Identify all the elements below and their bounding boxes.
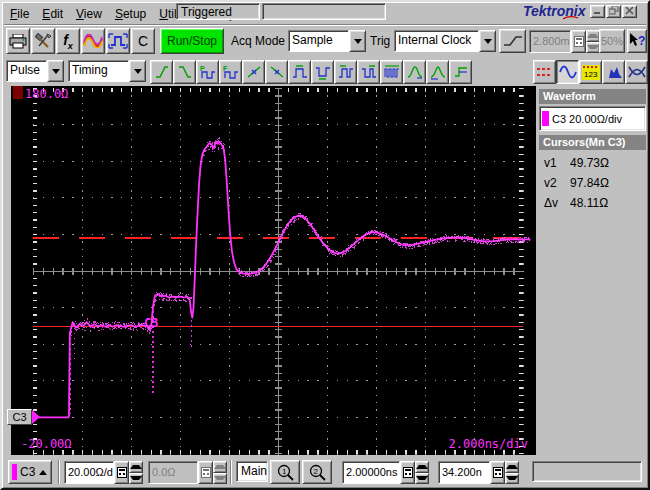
waveform-view-button[interactable] xyxy=(556,60,579,84)
run-stop-button[interactable]: Run/Stop xyxy=(160,28,224,54)
status-aux-box xyxy=(262,3,386,20)
keypad-icon xyxy=(403,467,413,478)
horizontal-position-keypad-button[interactable] xyxy=(490,461,505,484)
timebase-view-field[interactable]: Main xyxy=(236,461,268,482)
meas-neg-cross-button[interactable] xyxy=(265,60,288,84)
side-panel: Waveform C3 20.00Ω/div Cursors(Mn C3) v1… xyxy=(538,86,647,456)
horizontal-position-field[interactable]: 34.200n xyxy=(438,461,490,484)
meas-fall-button[interactable] xyxy=(173,60,196,84)
meas-neg-duty-button[interactable] xyxy=(357,60,380,84)
waveform-database-button[interactable] xyxy=(81,28,105,54)
meas-rise-button[interactable] xyxy=(150,60,173,84)
meas-period-icon: P xyxy=(200,64,216,80)
channel-marker-label: C3 xyxy=(7,409,32,425)
magnify-view1-button[interactable]: 1 xyxy=(270,460,300,484)
signal-type-dropdown-button[interactable] xyxy=(47,60,64,82)
print-button[interactable] xyxy=(6,28,30,54)
menu-view[interactable]: View xyxy=(70,5,109,23)
vertical-bottom-label: -20.00Ω xyxy=(21,437,72,451)
meas-period-button[interactable]: P xyxy=(196,60,219,84)
clear-data-button[interactable]: C xyxy=(131,28,155,54)
menu-edit[interactable]: Edit xyxy=(36,5,70,23)
meas-pulse-button[interactable] xyxy=(426,60,449,84)
bottom-control-bar: C3 20.00Ω/di 0.0Ω xyxy=(4,457,646,488)
spin-up-button xyxy=(213,461,227,473)
cursors-icon xyxy=(536,65,553,79)
spin-up-button[interactable] xyxy=(129,461,143,473)
meas-pos-cross-icon xyxy=(246,64,262,80)
cursor-delta-name: Δv xyxy=(544,196,570,212)
meas-pos-duty-icon xyxy=(338,64,354,80)
spin-down-button xyxy=(586,42,600,54)
cursors-view-button[interactable] xyxy=(533,60,556,84)
trigger-slope-button[interactable] xyxy=(499,29,526,53)
display-area: 180.0Ω -20.00Ω 2.000ns/div C3 C3 Wavefor… xyxy=(2,85,648,457)
menu-file[interactable]: File xyxy=(4,5,36,23)
keypad-icon xyxy=(201,467,211,478)
trigger-level-spinner xyxy=(586,30,600,53)
define-math-button[interactable]: fx xyxy=(56,28,80,54)
trigger-dropdown-button[interactable] xyxy=(479,30,496,52)
trigger-level-group: 2.800mV xyxy=(529,30,600,53)
meas-frequency-button[interactable]: F xyxy=(219,60,242,84)
vertical-offset-keypad-button xyxy=(198,461,213,484)
context-help-button[interactable]: ? xyxy=(627,29,647,53)
spin-down-button[interactable] xyxy=(415,473,429,485)
meas-category-select[interactable]: Timing xyxy=(68,60,146,82)
cursor-v2-value: 97.84Ω xyxy=(570,176,609,192)
spin-down-button[interactable] xyxy=(129,473,143,485)
histogram-button[interactable] xyxy=(602,60,625,84)
spin-up-button[interactable] xyxy=(505,461,519,473)
waveform-list[interactable]: C3 20.00Ω/div xyxy=(539,106,646,131)
meas-burst-icon xyxy=(384,64,400,80)
meas-pos-cross-button[interactable] xyxy=(242,60,265,84)
minimize-button[interactable] xyxy=(590,5,605,18)
magnify-view2-button[interactable]: 2 xyxy=(302,460,332,484)
cursor-v1-name: v1 xyxy=(544,156,570,172)
menu-setup[interactable]: Setup xyxy=(109,5,153,23)
meas-neg-duty-icon xyxy=(361,64,377,80)
graticule-svg xyxy=(11,86,536,455)
channel-marker[interactable]: C3 xyxy=(7,408,40,425)
vertical-scale-field[interactable]: 20.00Ω/di xyxy=(64,461,114,484)
spin-up-button[interactable] xyxy=(415,461,429,473)
waveform-list-item[interactable]: C3 20.00Ω/div xyxy=(540,107,645,130)
measurement-toolbar: Pulse Timing P F xyxy=(2,57,648,85)
vertical-offset-field: 0.0Ω xyxy=(148,461,198,484)
waveform-display[interactable]: 180.0Ω -20.00Ω 2.000ns/div C3 C3 xyxy=(11,86,536,455)
meas-neg-width-button[interactable] xyxy=(311,60,334,84)
acq-mode-select[interactable]: Sample xyxy=(288,30,366,52)
trigger-position-marker xyxy=(13,86,23,99)
meas-fall-icon xyxy=(177,64,193,80)
signal-type-select[interactable]: Pulse xyxy=(6,60,64,82)
close-button[interactable] xyxy=(622,5,637,18)
meas-settle-button[interactable] xyxy=(449,60,472,84)
channel-select-button[interactable]: C3 xyxy=(8,460,52,484)
keypad-icon xyxy=(117,467,127,478)
horizontal-scale-keypad-button[interactable] xyxy=(400,461,415,484)
eye-diagram-button[interactable] xyxy=(625,60,648,84)
vertical-scale-keypad-button[interactable] xyxy=(114,461,129,484)
measure-readout-button[interactable]: 123 xyxy=(579,60,602,84)
vertical-top-label: 180.0Ω xyxy=(25,87,68,101)
acq-mode-dropdown-button[interactable] xyxy=(349,30,366,52)
status-spacer xyxy=(532,461,642,482)
trigger-source-select[interactable]: Internal Clock xyxy=(394,30,496,52)
chevron-down-icon xyxy=(484,39,492,44)
meas-pos-duty-button[interactable] xyxy=(334,60,357,84)
svg-text:123: 123 xyxy=(584,70,598,79)
setup-tools-button[interactable] xyxy=(31,28,55,54)
meas-burst-width-button[interactable] xyxy=(380,60,403,84)
meas-pos-width-button[interactable] xyxy=(288,60,311,84)
help-pointer-icon: ? xyxy=(629,33,645,49)
spin-down-button[interactable] xyxy=(505,473,519,485)
cursor-v1-value: 49.73Ω xyxy=(570,156,609,172)
restore-button[interactable] xyxy=(606,5,621,18)
vertical-scale-group: 20.00Ω/di xyxy=(64,461,143,484)
meas-peak-button[interactable] xyxy=(403,60,426,84)
meas-category-dropdown-button[interactable] xyxy=(129,60,146,82)
autoset-button[interactable] xyxy=(106,28,130,54)
math-icon: fx xyxy=(63,32,73,51)
trigger-status: Triggered xyxy=(176,3,260,20)
horizontal-scale-field[interactable]: 2.00000ns xyxy=(342,461,400,484)
